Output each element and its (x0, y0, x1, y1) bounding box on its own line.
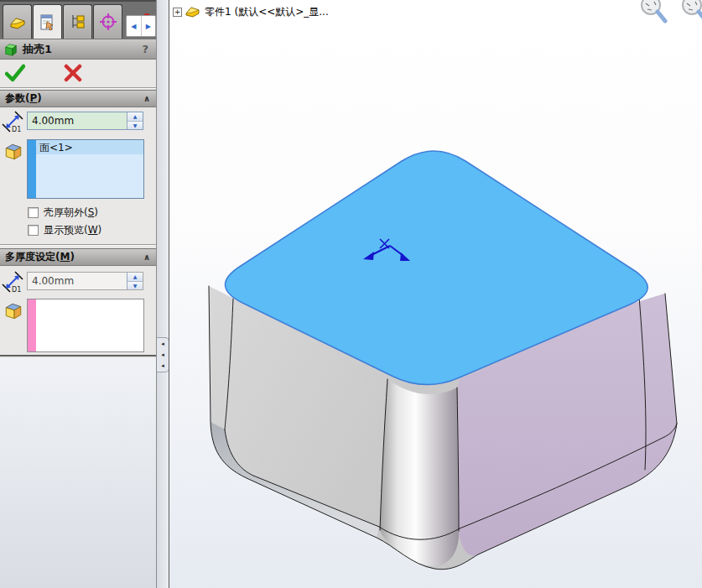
magnifier-icon[interactable] (642, 0, 665, 21)
shell-property-manager: 抽壳1 ? 参数(P) ∧ D1 4.00mm ▲ ▼ (0, 39, 156, 356)
faces-to-remove-cube-icon (3, 141, 23, 163)
panel-empty-area (0, 358, 156, 588)
tab-dimxpert[interactable] (93, 4, 122, 39)
divider (0, 87, 156, 89)
collapse-chevron-icon: ∧ (143, 95, 150, 103)
shelled-box-model (169, 0, 702, 588)
collapse-chevron-icon: ∧ (143, 253, 150, 262)
grip-arrow-icon: ◂ (161, 351, 164, 358)
spinner-down-icon: ▼ (133, 283, 138, 289)
feature-tree-overlay: + 零件1 (默认<<默认>_显... (173, 4, 329, 19)
grip-arrow-icon: ◂ (161, 341, 164, 347)
spinner-down-button[interactable]: ▼ (127, 282, 143, 290)
show-preview-checkbox[interactable] (28, 225, 39, 236)
multi-selection-list (36, 299, 143, 351)
section-header-parameters[interactable]: 参数(P) ∧ (0, 90, 156, 107)
multi-selection-stripe (28, 299, 36, 351)
scroll-left-icon: ◀ (131, 23, 136, 30)
show-preview-checkbox-row[interactable]: 显示预览(W) (28, 223, 101, 237)
spinner-down-button[interactable]: ▼ (127, 122, 143, 130)
svg-text:D1: D1 (12, 286, 21, 293)
multi-thickness-spinner: ▲ ▼ (127, 273, 143, 289)
multi-thickness-value: 4.00mm (28, 275, 127, 287)
shell-thickness-input[interactable]: 4.00mm ▲ ▼ (27, 112, 143, 130)
shell-outward-label: 壳厚朝外(S) (44, 206, 98, 220)
spinner-up-button[interactable]: ▲ (127, 112, 143, 122)
spinner-up-button[interactable]: ▲ (127, 273, 143, 282)
spinner-down-icon: ▼ (133, 122, 138, 128)
multi-thickness-input[interactable]: 4.00mm ▲ ▼ (27, 272, 143, 290)
section-title: 多厚度设定(M) (5, 250, 75, 264)
multi-thickness-selection-listbox[interactable] (27, 299, 144, 352)
tab-scroll-left-button[interactable]: ◀ (127, 16, 142, 36)
show-preview-label: 显示预览(W) (44, 223, 101, 237)
divider (0, 244, 156, 246)
tab-configuration-manager[interactable] (63, 4, 92, 39)
panel-splitter[interactable]: ◂ ◂ ◂ (156, 0, 169, 588)
panel-tab-bar: ◀ ▶ (0, 0, 156, 39)
selection-list: 面<1> (36, 140, 143, 198)
d1-dimension-icon: D1 (2, 271, 24, 293)
help-icon[interactable]: ? (142, 43, 148, 55)
svg-text:D1: D1 (12, 126, 21, 133)
grip-arrow-icon: ◂ (161, 362, 164, 369)
shell-feature-icon (3, 42, 18, 57)
panel-title: 抽壳1 (23, 42, 52, 57)
scroll-right-icon: ▶ (146, 23, 151, 30)
thickness-spinner: ▲ ▼ (127, 112, 143, 129)
multi-thickness-faces-cube-icon (3, 300, 23, 322)
property-manager-icon (38, 13, 58, 33)
plus-icon: + (174, 8, 181, 16)
zoom-tool-icons (642, 0, 702, 21)
panel-title-bar: 抽壳1 ? (0, 39, 156, 60)
spinner-up-icon: ▲ (133, 113, 138, 119)
graphics-viewport[interactable]: + 零件1 (默认<<默认>_显... (169, 0, 702, 588)
configurations-icon (69, 13, 87, 31)
splitter-grip-handle[interactable]: ◂ ◂ ◂ (157, 337, 169, 372)
section-header-multi-thickness[interactable]: 多厚度设定(M) ∧ (0, 248, 156, 266)
ok-button[interactable] (5, 64, 25, 82)
d1-dimension-icon: D1 (2, 111, 24, 133)
model-front-corner-fillet[interactable] (380, 379, 459, 566)
tab-feature-manager[interactable] (3, 4, 32, 39)
active-selection-stripe (28, 140, 36, 198)
dimxpert-target-icon (98, 12, 118, 32)
tab-property-manager[interactable] (33, 4, 62, 40)
selection-list-item[interactable]: 面<1> (36, 140, 143, 154)
spinner-up-icon: ▲ (133, 273, 138, 279)
solidworks-window: ◀ ▶ 抽壳1 ? 参数(P) ∧ (0, 0, 702, 588)
feature-tree-root-node[interactable]: 零件1 (默认<<默认>_显... (205, 5, 329, 19)
tab-scroll-right-button[interactable]: ▶ (142, 16, 156, 36)
magnifier-icon[interactable] (683, 0, 702, 21)
shell-outward-checkbox-row[interactable]: 壳厚朝外(S) (28, 206, 98, 220)
cancel-button[interactable] (64, 64, 82, 82)
tree-expand-button[interactable]: + (173, 8, 182, 17)
section-title: 参数(P) (5, 91, 42, 106)
faces-selection-listbox[interactable]: 面<1> (27, 139, 144, 199)
shell-outward-checkbox[interactable] (28, 207, 39, 218)
tab-scroll-buttons: ◀ ▶ (126, 15, 156, 37)
part-document-icon (185, 4, 201, 19)
thickness-value: 4.00mm (28, 115, 127, 127)
feature-solid-icon (8, 13, 27, 30)
